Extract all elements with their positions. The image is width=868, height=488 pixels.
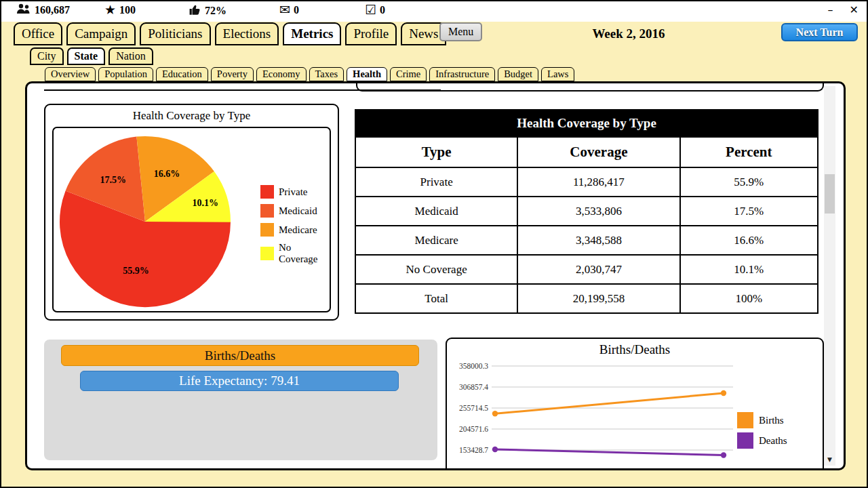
table-cell: Private xyxy=(355,167,517,197)
legend-label: Private xyxy=(279,186,308,198)
messages-indicator: ✉ 0 xyxy=(279,3,299,16)
coverage-table-title: Health Coverage by Type xyxy=(355,110,818,137)
tab-state[interactable]: State xyxy=(67,47,106,65)
main-tab-bar: OfficeCampaignPoliticiansElectionsMetric… xyxy=(14,22,446,45)
life-expectancy-button[interactable]: Life Expectancy: 79.41 xyxy=(80,371,399,391)
legend-item-private: Private xyxy=(260,185,330,199)
table-cell: 11,286,417 xyxy=(517,167,679,197)
legend-item-medicaid: Medicaid xyxy=(260,204,330,218)
births-deaths-panel: Births/Deaths Life Expectancy: 79.41 xyxy=(44,340,437,460)
y-axis-tick-label: 358000.3 xyxy=(459,362,488,370)
data-point-deaths xyxy=(721,452,726,458)
table-cell: 16.6% xyxy=(680,226,818,255)
legend-label: No Coverage xyxy=(279,242,330,265)
close-button[interactable]: ✕ xyxy=(850,3,859,16)
y-axis-tick-label: 102285.8 xyxy=(459,467,488,470)
table-header-row: TypeCoveragePercent xyxy=(355,137,818,167)
pie-chart-title: Health Coverage by Type xyxy=(45,109,338,123)
scrollbar[interactable]: ▼ xyxy=(824,86,835,466)
tab-taxes[interactable]: Taxes xyxy=(309,67,344,81)
legend-label: Deaths xyxy=(759,435,787,447)
tab-crime[interactable]: Crime xyxy=(390,67,427,81)
pie-chart-panel: Health Coverage by Type 55.9%17.5%16.6%1… xyxy=(44,104,339,321)
messages-value: 0 xyxy=(294,4,299,16)
tab-overview[interactable]: Overview xyxy=(45,67,96,81)
pie-slice-label: 17.5% xyxy=(100,175,126,185)
line-chart-panel: Births/Deaths 358000.3306857.4255714.520… xyxy=(446,338,824,470)
table-row: Total20,199,558100% xyxy=(355,284,818,313)
y-axis-tick-label: 204571.6 xyxy=(459,425,488,433)
table-row: Medicare3,348,58816.6% xyxy=(355,226,818,255)
data-point-births xyxy=(721,390,726,396)
content-panel: Health Coverage by Type 55.9%17.5%16.6%1… xyxy=(25,81,846,470)
tab-education[interactable]: Education xyxy=(156,67,208,81)
pie-legend: PrivateMedicaidMedicareNo Coverage xyxy=(260,185,330,270)
legend-swatch xyxy=(737,432,753,449)
tab-city[interactable]: City xyxy=(30,47,64,65)
table-cell: Total xyxy=(355,284,517,313)
table-cell: 17.5% xyxy=(680,197,818,226)
pie-slice-label: 16.6% xyxy=(154,169,180,179)
column-header-percent: Percent xyxy=(680,137,818,167)
tab-population[interactable]: Population xyxy=(98,67,153,81)
tab-laws[interactable]: Laws xyxy=(541,67,574,81)
tab-metrics[interactable]: Metrics xyxy=(283,22,341,45)
legend-swatch xyxy=(260,247,274,260)
data-point-deaths xyxy=(492,447,498,452)
window-controls: – ✕ xyxy=(828,3,859,16)
approval-value: 72% xyxy=(205,5,226,17)
reputation-value: 100 xyxy=(119,4,136,16)
tab-budget[interactable]: Budget xyxy=(498,67,538,81)
table-cell: Medicaid xyxy=(355,197,517,226)
table-cell: 55.9% xyxy=(680,167,818,197)
legend-item-no-coverage: No Coverage xyxy=(260,242,330,265)
table-row: Private11,286,41755.9% xyxy=(355,167,818,197)
tab-elections[interactable]: Elections xyxy=(215,22,279,45)
tab-office[interactable]: Office xyxy=(14,22,62,45)
legend-item-deaths: Deaths xyxy=(737,432,787,449)
table-cell: 100% xyxy=(680,284,818,313)
y-axis-tick-label: 153428.7 xyxy=(459,446,488,454)
pie-chart-frame: 55.9%17.5%16.6%10.1% PrivateMedicaidMedi… xyxy=(52,127,331,312)
y-axis-tick-label: 306857.4 xyxy=(459,383,488,391)
reputation-indicator: ★ 100 xyxy=(104,3,136,16)
tasks-icon: ☑ xyxy=(365,3,376,16)
scrollbar-thumb[interactable] xyxy=(825,174,835,214)
column-header-coverage: Coverage xyxy=(517,137,679,167)
tab-nation[interactable]: Nation xyxy=(108,47,153,65)
tab-politicians[interactable]: Politicians xyxy=(140,22,210,45)
tab-health[interactable]: Health xyxy=(347,67,387,81)
menu-button[interactable]: Menu xyxy=(439,22,482,41)
table-cell: 3,348,588 xyxy=(517,226,679,255)
thumbs-up-icon xyxy=(189,3,201,18)
population-indicator: 160,687 xyxy=(16,3,70,17)
minimize-button[interactable]: – xyxy=(828,3,833,16)
table-cell: No Coverage xyxy=(355,255,517,284)
tab-campaign[interactable]: Campaign xyxy=(66,22,136,45)
table-cell: Medicare xyxy=(355,226,517,255)
pie-slice-label: 10.1% xyxy=(193,198,219,208)
scroll-down-icon[interactable]: ▼ xyxy=(824,454,835,466)
tab-economy[interactable]: Economy xyxy=(256,67,307,81)
legend-label: Medicaid xyxy=(279,205,317,217)
coverage-table: Health Coverage by Type TypeCoveragePerc… xyxy=(355,109,818,314)
current-date: Week 2, 2016 xyxy=(574,26,683,41)
data-point-births xyxy=(492,411,498,416)
population-icon xyxy=(16,3,31,17)
table-row: Medicaid3,533,80617.5% xyxy=(355,197,818,226)
tab-profile[interactable]: Profile xyxy=(345,22,397,45)
tab-infrastructure[interactable]: Infrastructure xyxy=(429,67,495,81)
table-cell: 10.1% xyxy=(680,255,818,284)
table-cell: 2,030,747 xyxy=(517,255,679,284)
legend-swatch xyxy=(260,204,274,218)
tab-poverty[interactable]: Poverty xyxy=(211,67,254,81)
metric-tab-bar: OverviewPopulationEducationPovertyEconom… xyxy=(45,67,574,81)
legend-label: Births xyxy=(759,415,784,426)
tasks-value: 0 xyxy=(380,4,385,16)
tasks-indicator: ☑ 0 xyxy=(365,3,385,16)
legend-item-medicare: Medicare xyxy=(260,223,330,237)
next-turn-button[interactable]: Next Turn xyxy=(781,23,858,41)
births-deaths-button[interactable]: Births/Deaths xyxy=(61,345,419,366)
approval-indicator: 72% xyxy=(189,3,226,18)
column-header-type: Type xyxy=(355,137,517,167)
